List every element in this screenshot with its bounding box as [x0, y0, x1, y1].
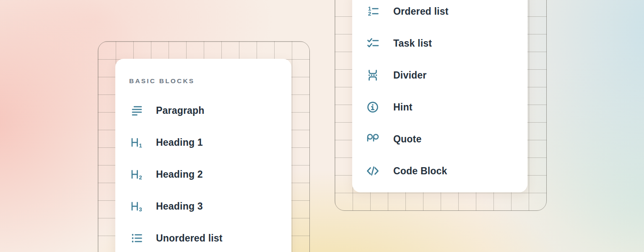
canvas-background: BASIC BLOCKS Paragraph 1 Heading 1 — [0, 0, 644, 252]
hint-icon — [366, 100, 380, 114]
menu-item-task-list[interactable]: Task list — [366, 27, 514, 59]
basic-blocks-list: Paragraph 1 Heading 1 2 — [129, 94, 278, 252]
menu-item-ordered-list[interactable]: 1 2 Ordered list — [366, 0, 514, 27]
menu-item-unordered-list[interactable]: Unordered list — [129, 222, 278, 252]
menu-item-label: Quote — [393, 134, 421, 145]
ordered-list-icon: 1 2 — [366, 4, 380, 18]
task-list-icon — [366, 36, 380, 50]
menu-item-label: Task list — [393, 38, 432, 49]
svg-text:2: 2 — [139, 174, 142, 181]
svg-text:3: 3 — [139, 206, 142, 213]
basic-blocks-menu-panel: BASIC BLOCKS Paragraph 1 Heading 1 — [115, 59, 291, 252]
blocks-menu-panel-continued: 1 2 Ordered list Task list — [352, 0, 527, 192]
quote-icon — [366, 132, 380, 146]
menu-item-label: Divider — [393, 70, 426, 81]
section-label-basic-blocks: BASIC BLOCKS — [129, 76, 278, 86]
menu-item-heading-3[interactable]: 3 Heading 3 — [129, 190, 278, 222]
menu-item-heading-1[interactable]: 1 Heading 1 — [129, 126, 278, 158]
menu-item-label: Unordered list — [156, 233, 223, 244]
menu-item-label: Code Block — [393, 165, 447, 177]
heading-2-icon: 2 — [129, 167, 143, 181]
unordered-list-icon — [129, 231, 143, 245]
menu-item-label: Heading 2 — [156, 169, 203, 180]
blocks-list: 1 2 Ordered list Task list — [366, 0, 514, 187]
menu-item-label: Paragraph — [156, 105, 205, 116]
paragraph-icon — [129, 103, 143, 118]
menu-item-label: Hint — [393, 102, 413, 113]
menu-item-code-block[interactable]: Code Block — [366, 155, 514, 187]
svg-text:2: 2 — [368, 10, 371, 17]
menu-item-label: Ordered list — [393, 6, 449, 17]
menu-item-label: Heading 3 — [156, 201, 203, 212]
heading-3-icon: 3 — [129, 199, 143, 213]
divider-icon — [366, 68, 380, 82]
menu-item-hint[interactable]: Hint — [366, 91, 514, 123]
code-block-icon — [366, 164, 380, 178]
heading-1-icon: 1 — [129, 135, 143, 150]
menu-item-label: Heading 1 — [156, 137, 203, 148]
svg-text:1: 1 — [139, 142, 142, 149]
menu-item-heading-2[interactable]: 2 Heading 2 — [129, 158, 278, 190]
menu-item-quote[interactable]: Quote — [366, 123, 514, 155]
menu-item-divider[interactable]: Divider — [366, 59, 514, 91]
menu-item-paragraph[interactable]: Paragraph — [129, 94, 278, 126]
